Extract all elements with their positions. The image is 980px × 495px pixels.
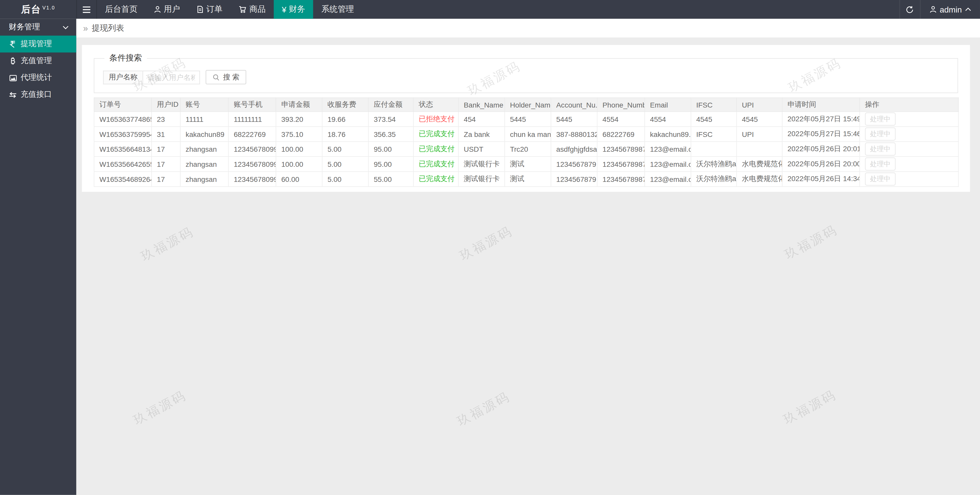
sidebar-item-recharge-manage[interactable]: 充值管理 [0,53,76,69]
cell-action: 处理中 [860,172,959,187]
cell-account_number: 1234567879 [551,172,597,187]
cell-account_phone: 12345678099 [228,142,276,157]
breadcrumb: » 提现列表 [76,19,980,37]
cell-payable_amount: 55.00 [368,172,414,187]
column-header: Holder_Name [504,98,551,111]
cell-user_id: 17 [151,172,180,187]
status-badge: 已完成支付 [419,160,455,167]
cell-ifsc: 沃尔特渔鸥a [691,157,737,172]
sidebar-item-agent-stats[interactable]: 代理统计 [0,70,76,86]
cell-bank_name: 454 [458,111,504,127]
table-row: W16535664813453117zhangsan12345678099100… [94,142,958,157]
cell-status: 已完成支付 [414,157,458,172]
cell-payable_amount: 373.54 [368,111,414,127]
cell-user_id: 17 [151,157,180,172]
sidebar-item-withdraw-manage[interactable]: 提现管理 [0,35,76,53]
cell-account_phone: 12345678099 [228,172,276,187]
cell-order_no: W165363774865741 [94,111,151,127]
sidebar-item-recharge-api[interactable]: 充值接口 [0,86,76,103]
status-badge: 已完成支付 [419,145,455,153]
cell-user_id: 31 [151,126,180,142]
processing-button[interactable]: 处理中 [865,172,896,185]
cell-action: 处理中 [860,126,959,142]
cell-email: 4554 [644,111,691,127]
cell-account: kakachun89 [180,126,228,142]
column-header: 状态 [414,98,458,111]
column-header: 应付金额 [368,98,414,111]
column-header: Account_Nu... [551,98,597,111]
app-name: 后台 [21,3,41,15]
cell-email: 123@email.c... [644,142,691,157]
cell-bank_name: 测试银行卡 [458,172,504,187]
cell-phone_number: 12345678987 [597,172,645,187]
cell-user_id: 23 [151,111,180,127]
cell-holder_name: chun ka man [504,126,551,142]
cell-apply_amount: 100.00 [276,157,322,172]
cell-action: 处理中 [860,142,959,157]
sidebar-group-finance[interactable]: 财务管理 [0,19,76,35]
cell-account: 11111 [180,111,228,127]
refresh-button[interactable] [899,0,920,19]
nav-item-orders[interactable]: 订单 [188,0,231,19]
cell-phone_number: 12345678987 [597,157,645,172]
cell-phone_number: 12345678987 [597,142,645,157]
cell-email: kakachun89... [644,126,691,142]
cell-phone_number: 4554 [597,111,645,127]
cell-account: zhangsan [180,142,228,157]
cell-service_fee: 5.00 [322,142,368,157]
cell-apply_time: 2022年05月27日 15:46:39 [782,126,860,142]
username-input[interactable] [143,70,200,84]
user-menu[interactable]: admin [921,0,980,19]
cell-action: 处理中 [860,157,959,172]
cell-ifsc: 4545 [691,111,737,127]
nav-item-system[interactable]: 系统管理 [313,0,362,19]
column-header: 收服务费 [322,98,368,111]
column-header: 账号手机 [228,98,276,111]
search-button[interactable]: 搜 索 [206,70,247,84]
cell-bank_name: Za bank [458,126,504,142]
top-navbar: 后台 V1.0 后台首页 用户 [0,0,980,19]
username-field-label: 用户名称 [103,70,143,84]
username: admin [940,5,962,14]
topbar-right: admin [899,0,980,19]
table-row: W16535664265561017zhangsan12345678099100… [94,157,958,172]
cell-order_no: W165356642655610 [94,157,151,172]
table-row: W16535468926485317zhangsan1234567809960.… [94,172,958,187]
status-badge: 已完成支付 [419,175,455,182]
nav-item-users[interactable]: 用户 [146,0,188,19]
cell-apply_time: 2022年05月27日 15:49:08 [782,111,860,127]
cell-holder_name: 测试 [504,157,551,172]
cell-status: 已拒绝支付 [414,111,458,127]
cell-apply_time: 2022年05月26日 20:00:26 [782,157,860,172]
processing-button[interactable]: 处理中 [865,143,896,156]
cell-service_fee: 5.00 [322,172,368,187]
nav-item-goods[interactable]: 商品 [231,0,274,19]
cell-order_no: W165354689264853 [94,172,151,187]
app-logo: 后台 V1.0 [0,0,76,19]
processing-button[interactable]: 处理中 [865,127,896,140]
processing-button[interactable]: 处理中 [865,112,896,126]
column-header: Bank_Name [458,98,504,111]
column-header: Email [644,98,691,111]
cell-status: 已完成支付 [414,126,458,142]
cell-user_id: 17 [151,142,180,157]
nav-item-finance[interactable]: ¥ 财务 [274,0,313,19]
cell-status: 已完成支付 [414,142,458,157]
cell-holder_name: 5445 [504,111,551,127]
column-header: UPI [737,98,782,111]
collapse-menu-button[interactable] [76,0,97,19]
cell-upi: 水电费规范化 [737,172,782,187]
caret-up-icon [965,7,971,11]
chart-icon [9,74,17,81]
column-header: Phone_Number [597,98,645,111]
cell-order_no: W165356648134531 [94,142,151,157]
cell-service_fee: 5.00 [322,157,368,172]
cell-apply_amount: 60.00 [276,172,322,187]
cell-account_phone: 68222769 [228,126,276,142]
cell-account_phone: 11111111 [228,111,276,127]
processing-button[interactable]: 处理中 [865,158,896,170]
nav-item-dashboard[interactable]: 后台首页 [97,0,146,19]
cell-service_fee: 18.76 [322,126,368,142]
content-card: 条件搜索 用户名称 搜 索 订单号用户ID账号账号手机申请金额收服务费应付金额状… [82,45,970,192]
cell-status: 已完成支付 [414,172,458,187]
